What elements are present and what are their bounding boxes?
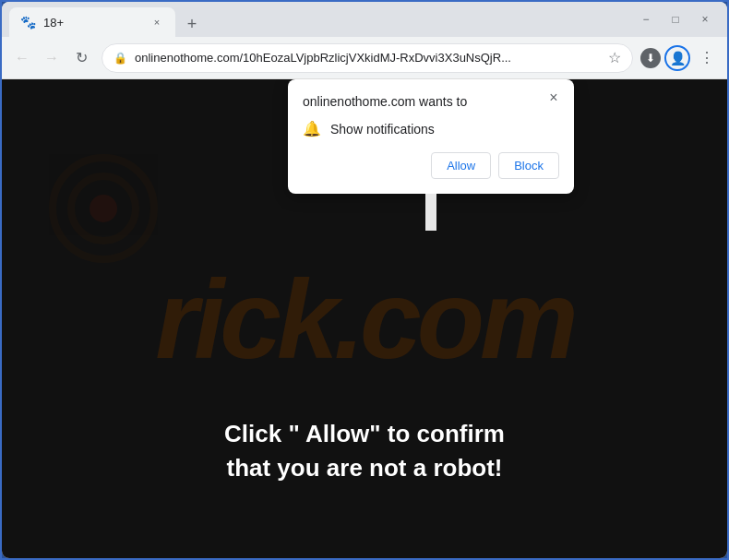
title-bar: 🐾 18+ × + − □ ×: [2, 2, 727, 37]
close-window-button[interactable]: ×: [698, 13, 712, 26]
download-icon: ⬇: [646, 52, 655, 65]
tab-title: 18+: [43, 16, 142, 30]
tab-favicon: 🐾: [20, 15, 36, 30]
lock-icon: 🔒: [114, 52, 127, 65]
bookmark-icon[interactable]: ☆: [608, 49, 621, 66]
svg-point-2: [90, 195, 117, 222]
popup-title: onlinenothome.com wants to: [303, 94, 559, 109]
watermark-logo: rick.com: [155, 256, 574, 383]
popup-stem: [425, 194, 436, 231]
cta-line2: that you are not a robot!: [224, 451, 505, 484]
cta-line1: Click " Allow" to confirm: [224, 417, 505, 450]
forward-button[interactable]: →: [39, 45, 65, 71]
url-text: onlinenothome.com/10hEozaLVjpbRzlicjVXki…: [135, 51, 601, 65]
reload-button[interactable]: ↻: [68, 45, 94, 71]
tab-close-button[interactable]: ×: [149, 15, 164, 30]
toolbar-icons: ⬇ 👤 ⋮: [640, 45, 720, 71]
allow-button[interactable]: Allow: [431, 152, 491, 179]
popup-close-button[interactable]: ×: [544, 89, 563, 107]
target-watermark: [48, 153, 159, 264]
tab-strip: 🐾 18+ × +: [9, 2, 639, 37]
browser-window: 🐾 18+ × + − □ × ← → ↻ 🔒 onlinenothome.co…: [2, 2, 727, 558]
new-tab-button[interactable]: +: [179, 11, 205, 37]
window-controls: − □ ×: [639, 13, 720, 26]
maximize-button[interactable]: □: [668, 13, 683, 26]
popup-buttons: Allow Block: [303, 152, 559, 179]
notification-popup: × onlinenothome.com wants to 🔔 Show noti…: [288, 79, 574, 194]
page-content: rick.com Click " Allow" to confirm that …: [2, 79, 727, 558]
profile-button[interactable]: 👤: [664, 45, 690, 71]
address-bar[interactable]: 🔒 onlinenothome.com/10hEozaLVjpbRzlicjVX…: [102, 43, 633, 73]
download-indicator[interactable]: ⬇: [640, 48, 661, 68]
cta-text: Click " Allow" to confirm that you are n…: [224, 417, 505, 484]
minimize-button[interactable]: −: [639, 13, 653, 26]
menu-button[interactable]: ⋮: [694, 45, 720, 71]
active-tab[interactable]: 🐾 18+ ×: [9, 7, 175, 37]
bell-icon: 🔔: [303, 120, 321, 137]
back-button[interactable]: ←: [9, 45, 35, 71]
popup-permission-row: 🔔 Show notifications: [303, 120, 559, 137]
block-button[interactable]: Block: [498, 152, 559, 179]
permission-label: Show notifications: [330, 122, 435, 137]
toolbar: ← → ↻ 🔒 onlinenothome.com/10hEozaLVjpbRz…: [2, 37, 727, 79]
